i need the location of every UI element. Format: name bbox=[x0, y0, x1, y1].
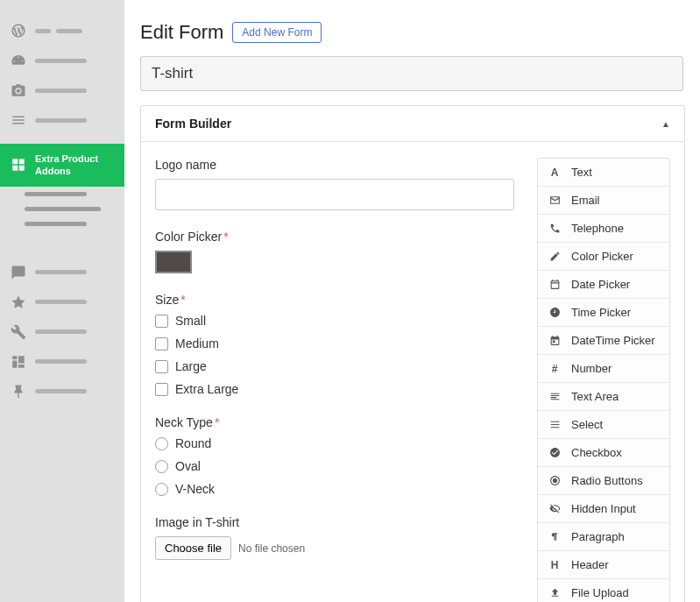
pin-icon bbox=[11, 384, 26, 400]
wrench-icon bbox=[11, 324, 26, 340]
calendar2-icon bbox=[548, 335, 561, 347]
sidebar-subitem[interactable] bbox=[0, 202, 124, 216]
palette-item-label: Header bbox=[571, 558, 609, 571]
sidebar-item[interactable] bbox=[0, 287, 124, 317]
palette-item-checkbox[interactable]: Checkbox bbox=[538, 439, 669, 467]
sidebar-item-extra-product-addons[interactable]: Extra Product Addons bbox=[0, 144, 124, 187]
sidebar-active-label: Extra Product Addons bbox=[35, 152, 114, 178]
sidebar-item[interactable] bbox=[0, 46, 124, 75]
comment-icon bbox=[11, 265, 26, 280]
sidebar-item[interactable] bbox=[0, 258, 124, 287]
field-size[interactable]: Size* Small Medium Large Extra Large bbox=[155, 293, 514, 396]
panel-title: Form Builder bbox=[155, 117, 231, 131]
checkbox-option[interactable]: Small bbox=[155, 314, 514, 328]
palette-item-color-picker[interactable]: Color Picker bbox=[538, 243, 669, 271]
clock-icon bbox=[548, 307, 561, 319]
calendar-icon bbox=[548, 279, 561, 291]
palette-item-label: Email bbox=[571, 194, 600, 207]
palette-item-telephone[interactable]: Telephone bbox=[538, 215, 669, 243]
palette-item-time-picker[interactable]: Time Picker bbox=[538, 299, 669, 327]
radio-icon bbox=[548, 475, 561, 487]
palette-item-datetime-picker[interactable]: DateTime Picker bbox=[538, 327, 669, 355]
palette-item-text-area[interactable]: Text Area bbox=[538, 383, 669, 411]
palette-item-radio-buttons[interactable]: Radio Buttons bbox=[538, 467, 669, 495]
star-icon bbox=[11, 294, 26, 310]
list-icon bbox=[548, 419, 561, 431]
sidebar-item[interactable] bbox=[0, 317, 124, 347]
collapse-icon[interactable]: ▲ bbox=[661, 119, 670, 129]
blocks-icon bbox=[11, 354, 26, 370]
palette-item-label: DateTime Picker bbox=[571, 334, 655, 347]
envelope-icon bbox=[548, 195, 561, 207]
A-icon: A bbox=[548, 166, 561, 179]
para-icon bbox=[548, 531, 561, 543]
palette-item-date-picker[interactable]: Date Picker bbox=[538, 271, 669, 299]
sidebar-subitem[interactable] bbox=[0, 216, 124, 231]
palette-item-label: Paragraph bbox=[571, 530, 625, 543]
checkbox-option[interactable]: Extra Large bbox=[155, 382, 514, 396]
main-content: Edit Form Add New Form Form Builder ▲ Lo… bbox=[124, 0, 700, 602]
palette-item-paragraph[interactable]: Paragraph bbox=[538, 523, 669, 551]
menu-icon bbox=[11, 112, 26, 128]
palette-item-label: Checkbox bbox=[571, 446, 622, 459]
palette-item-text[interactable]: AText bbox=[538, 159, 669, 187]
check-icon bbox=[548, 447, 561, 459]
logo-name-input[interactable] bbox=[155, 179, 514, 210]
upload-icon bbox=[548, 587, 561, 599]
radio-option[interactable]: Oval bbox=[155, 459, 514, 473]
palette-item-file-upload[interactable]: File Upload bbox=[538, 579, 669, 602]
checkbox-option[interactable]: Medium bbox=[155, 336, 514, 351]
palette-item-email[interactable]: Email bbox=[538, 187, 669, 215]
form-name-input[interactable] bbox=[140, 56, 683, 91]
palette-item-label: Hidden Input bbox=[571, 502, 636, 515]
#-icon: # bbox=[548, 363, 561, 375]
palette-item-label: Number bbox=[571, 362, 612, 375]
field-image-upload[interactable]: Image in T-shirt Choose file No file cho… bbox=[155, 515, 514, 560]
grid-icon bbox=[11, 157, 26, 173]
palette-item-label: Select bbox=[571, 418, 603, 431]
field-label: Color Picker* bbox=[155, 230, 514, 244]
palette-item-label: Telephone bbox=[571, 222, 624, 235]
palette-item-label: Date Picker bbox=[571, 278, 630, 291]
field-label: Neck Type* bbox=[155, 415, 514, 429]
field-logo-name[interactable]: Logo name bbox=[155, 158, 514, 210]
palette-item-label: Time Picker bbox=[571, 306, 631, 319]
checkbox-option[interactable]: Large bbox=[155, 359, 514, 373]
field-label: Logo name bbox=[155, 158, 514, 172]
radio-option[interactable]: Round bbox=[155, 436, 514, 450]
dashboard-icon bbox=[11, 53, 26, 68]
pencil-icon bbox=[548, 251, 561, 263]
palette-item-select[interactable]: Select bbox=[538, 411, 669, 439]
palette-item-label: Text Area bbox=[571, 390, 619, 403]
sidebar-subitem[interactable] bbox=[0, 187, 124, 202]
palette-item-label: Text bbox=[571, 166, 592, 179]
choose-file-button[interactable]: Choose file bbox=[155, 536, 231, 560]
admin-sidebar: Extra Product Addons bbox=[0, 0, 124, 602]
form-builder-panel: Form Builder ▲ Logo name Color Picker* S… bbox=[140, 105, 685, 602]
field-color-picker[interactable]: Color Picker* bbox=[155, 230, 514, 273]
palette-item-number[interactable]: #Number bbox=[538, 355, 669, 383]
H-icon: H bbox=[548, 559, 561, 571]
field-palette: ATextEmailTelephoneColor PickerDate Pick… bbox=[537, 158, 670, 602]
field-label: Image in T-shirt bbox=[155, 515, 514, 529]
sidebar-item[interactable] bbox=[0, 377, 124, 407]
sidebar-item[interactable] bbox=[0, 347, 124, 377]
file-hint: No file chosen bbox=[238, 542, 305, 555]
sidebar-item[interactable] bbox=[0, 75, 124, 105]
field-neck-type[interactable]: Neck Type* Round Oval V-Neck bbox=[155, 415, 514, 496]
palette-item-header[interactable]: HHeader bbox=[538, 551, 669, 579]
palette-item-label: Radio Buttons bbox=[571, 474, 643, 487]
add-new-form-button[interactable]: Add New Form bbox=[232, 22, 322, 43]
palette-item-label: Color Picker bbox=[571, 250, 633, 263]
palette-item-label: File Upload bbox=[571, 586, 629, 599]
wordpress-icon bbox=[11, 23, 26, 39]
eye-off-icon bbox=[548, 503, 561, 515]
camera-icon bbox=[11, 82, 26, 98]
color-swatch[interactable] bbox=[155, 251, 192, 273]
sidebar-item[interactable] bbox=[0, 16, 124, 46]
sidebar-item[interactable] bbox=[0, 105, 124, 135]
radio-option[interactable]: V-Neck bbox=[155, 482, 514, 496]
form-canvas: Logo name Color Picker* Size* Small Medi… bbox=[155, 158, 514, 602]
phone-icon bbox=[548, 223, 561, 235]
palette-item-hidden-input[interactable]: Hidden Input bbox=[538, 495, 669, 523]
